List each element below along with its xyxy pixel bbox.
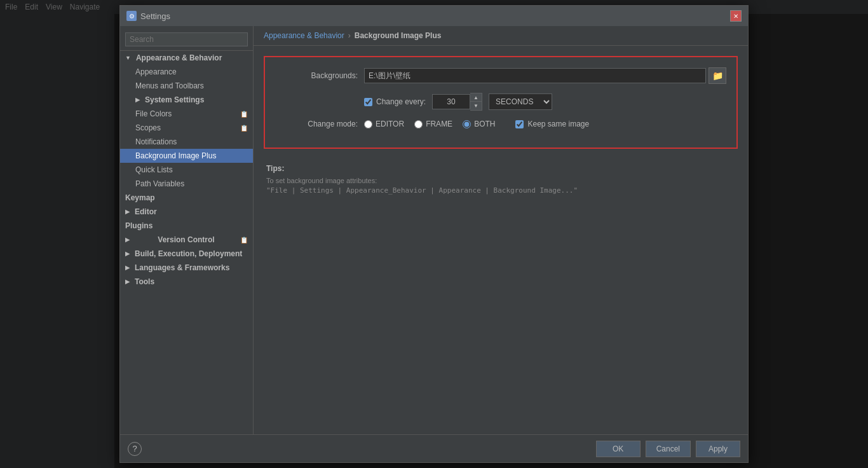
radio-both-text: BOTH bbox=[474, 120, 495, 128]
spinner-down-button[interactable]: ▼ bbox=[470, 102, 482, 110]
change-every-number-input[interactable] bbox=[432, 94, 470, 109]
sidebar-item-notifications-label: Notifications bbox=[135, 137, 177, 146]
sidebar-item-editor-label: Editor bbox=[135, 207, 157, 216]
sidebar-item-keymap-label: Keymap bbox=[125, 193, 155, 202]
scopes-icon: 📋 bbox=[240, 125, 248, 132]
settings-panel: Backgrounds: 📁 bbox=[254, 46, 748, 434]
sidebar-item-system-settings-label: System Settings bbox=[145, 95, 204, 104]
breadcrumb: Appearance & Behavior › Background Image… bbox=[254, 26, 748, 46]
radio-frame-label[interactable]: FRAME bbox=[414, 120, 452, 128]
dialog-titlebar: ⚙ Settings ✕ bbox=[120, 6, 748, 26]
dialog-title: ⚙ Settings bbox=[126, 11, 170, 21]
footer-left: ? bbox=[128, 442, 142, 456]
change-mode-radio-group: EDITOR FRAME BOTH bbox=[364, 120, 589, 128]
sidebar-item-appearance[interactable]: Appearance bbox=[120, 65, 253, 79]
dialog-footer: ? OK Cancel Apply bbox=[120, 434, 748, 462]
sidebar-item-quick-lists-label: Quick Lists bbox=[135, 165, 173, 174]
dialog-body: Appearance & Behavior Appearance Menus a… bbox=[120, 26, 748, 434]
sidebar-item-menus-toolbars-label: Menus and Toolbars bbox=[135, 81, 204, 90]
dialog-title-icon: ⚙ bbox=[126, 11, 137, 21]
sidebar-search-input[interactable] bbox=[125, 32, 248, 46]
dialog-close-button[interactable]: ✕ bbox=[730, 10, 742, 22]
settings-dialog: ⚙ Settings ✕ Appearance & Behavior Appea… bbox=[119, 5, 749, 463]
dialog-title-text: Settings bbox=[140, 11, 170, 21]
settings-sidebar: Appearance & Behavior Appearance Menus a… bbox=[120, 26, 254, 434]
radio-frame[interactable] bbox=[414, 120, 423, 128]
change-every-row: Change every: ▲ ▼ SECONDS bbox=[275, 93, 726, 111]
sidebar-item-plugins[interactable]: Plugins bbox=[120, 219, 253, 233]
sidebar-item-version-control[interactable]: Version Control 📋 bbox=[120, 233, 253, 247]
keep-same-image-checkbox[interactable] bbox=[515, 120, 524, 128]
modal-overlay: ⚙ Settings ✕ Appearance & Behavior Appea… bbox=[0, 0, 868, 468]
sidebar-item-background-image-plus[interactable]: Background Image Plus bbox=[120, 149, 253, 163]
breadcrumb-current: Background Image Plus bbox=[355, 31, 442, 40]
sidebar-item-plugins-label: Plugins bbox=[125, 221, 153, 230]
sidebar-item-build-execution-label: Build, Execution, Deployment bbox=[135, 249, 242, 258]
sidebar-item-keymap[interactable]: Keymap bbox=[120, 191, 253, 205]
keep-same-image-label[interactable]: Keep same image bbox=[515, 120, 589, 128]
ok-button[interactable]: OK bbox=[596, 441, 641, 457]
backgrounds-input[interactable] bbox=[364, 68, 706, 83]
spinner-buttons: ▲ ▼ bbox=[470, 93, 482, 111]
apply-button[interactable]: Apply bbox=[696, 441, 740, 457]
sidebar-item-menus-toolbars[interactable]: Menus and Toolbars bbox=[120, 79, 253, 93]
sidebar-item-editor[interactable]: Editor bbox=[120, 205, 253, 219]
sidebar-item-system-settings[interactable]: System Settings bbox=[120, 93, 253, 107]
breadcrumb-parent[interactable]: Appearance & Behavior bbox=[264, 31, 344, 40]
radio-both[interactable] bbox=[463, 120, 471, 128]
browse-button[interactable]: 📁 bbox=[709, 67, 726, 84]
sidebar-item-appearance-label: Appearance bbox=[135, 67, 177, 76]
cancel-button[interactable]: Cancel bbox=[646, 441, 691, 457]
sidebar-item-scopes-label: Scopes bbox=[135, 123, 161, 132]
sidebar-search-container bbox=[120, 29, 253, 51]
radio-both-label[interactable]: BOTH bbox=[463, 120, 495, 128]
sidebar-item-quick-lists[interactable]: Quick Lists bbox=[120, 163, 253, 177]
main-content: Appearance & Behavior › Background Image… bbox=[254, 26, 748, 434]
dialog-controls: ✕ bbox=[730, 10, 742, 22]
sidebar-item-background-image-plus-label: Background Image Plus bbox=[135, 151, 216, 160]
radio-frame-text: FRAME bbox=[426, 120, 452, 128]
spinner-up-button[interactable]: ▲ bbox=[470, 93, 482, 102]
sidebar-item-file-colors-label: File Colors bbox=[135, 109, 172, 118]
sidebar-item-path-variables[interactable]: Path Variables bbox=[120, 177, 253, 191]
footer-right: OK Cancel Apply bbox=[596, 441, 740, 457]
change-every-unit-select[interactable]: SECONDS MINUTES HOURS bbox=[489, 93, 552, 110]
change-every-checkbox-label[interactable]: Change every: bbox=[364, 97, 426, 106]
sidebar-item-tools[interactable]: Tools bbox=[120, 275, 253, 289]
change-mode-label: Change mode: bbox=[275, 120, 358, 128]
change-every-checkbox[interactable] bbox=[364, 98, 372, 106]
radio-editor[interactable] bbox=[364, 120, 372, 128]
keep-same-image-text: Keep same image bbox=[527, 120, 589, 128]
spinner-wrapper: ▲ ▼ bbox=[432, 93, 482, 111]
sidebar-item-scopes[interactable]: Scopes 📋 bbox=[120, 121, 253, 135]
sidebar-item-path-variables-label: Path Variables bbox=[135, 179, 184, 188]
sidebar-item-languages-frameworks[interactable]: Languages & Frameworks bbox=[120, 261, 253, 275]
folder-icon: 📁 bbox=[712, 71, 723, 81]
breadcrumb-separator: › bbox=[348, 31, 351, 40]
version-control-icon: 📋 bbox=[240, 237, 248, 244]
help-button[interactable]: ? bbox=[128, 442, 142, 456]
settings-box: Backgrounds: 📁 bbox=[264, 56, 738, 149]
backgrounds-input-wrapper: 📁 bbox=[364, 67, 726, 84]
sidebar-item-tools-label: Tools bbox=[135, 277, 154, 286]
sidebar-item-appearance-behavior-label: Appearance & Behavior bbox=[136, 53, 222, 62]
tips-section: Tips: To set background image attributes… bbox=[264, 159, 738, 200]
change-every-label-text: Change every: bbox=[376, 97, 426, 106]
sidebar-item-file-colors[interactable]: File Colors 📋 bbox=[120, 107, 253, 121]
radio-editor-text: EDITOR bbox=[376, 120, 404, 128]
sidebar-item-languages-frameworks-label: Languages & Frameworks bbox=[135, 263, 229, 272]
tips-line1: To set background image attributes: bbox=[266, 176, 735, 186]
sidebar-item-version-control-label: Version Control bbox=[158, 235, 214, 244]
sidebar-item-appearance-behavior[interactable]: Appearance & Behavior bbox=[120, 51, 253, 65]
file-colors-icon: 📋 bbox=[240, 111, 248, 118]
change-mode-row: Change mode: EDITOR FRAME bbox=[275, 120, 726, 128]
radio-editor-label[interactable]: EDITOR bbox=[364, 120, 404, 128]
tips-title: Tips: bbox=[266, 164, 735, 173]
sidebar-item-notifications[interactable]: Notifications bbox=[120, 135, 253, 149]
sidebar-item-build-execution[interactable]: Build, Execution, Deployment bbox=[120, 247, 253, 261]
backgrounds-label: Backgrounds: bbox=[275, 71, 358, 80]
backgrounds-row: Backgrounds: 📁 bbox=[275, 67, 726, 84]
tips-line2: "File | Settings | Appearance_Behavior |… bbox=[266, 186, 735, 195]
